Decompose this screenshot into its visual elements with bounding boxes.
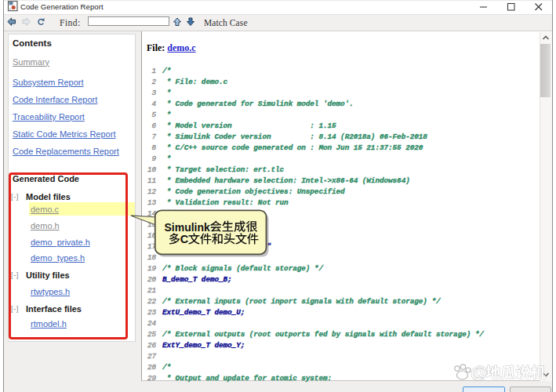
svg-text:Simulink: Simulink: [165, 221, 211, 234]
svg-text:C: C: [180, 233, 189, 245]
svg-text:@: @: [471, 362, 487, 382]
